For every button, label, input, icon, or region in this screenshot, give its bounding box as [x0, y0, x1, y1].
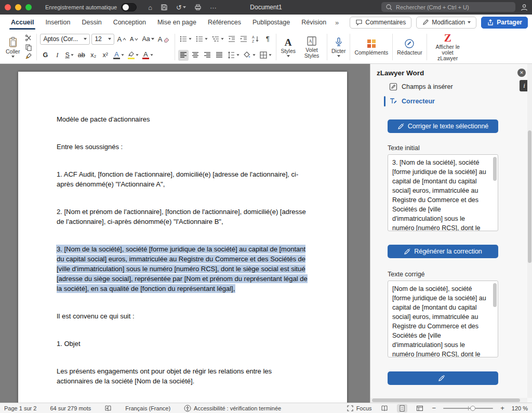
doc-paragraph[interactable]: Entre les soussignés :	[57, 142, 309, 152]
tab-dessin[interactable]: Dessin	[76, 15, 107, 30]
subscript-button[interactable]: x₂	[88, 50, 99, 61]
read-mode-button[interactable]	[379, 404, 390, 412]
word-count[interactable]: 64 sur 279 mots	[50, 405, 91, 411]
editor-button[interactable]: Rédacteur	[394, 32, 424, 62]
doc-paragraph[interactable]: Modèle de pacte d'actionnaires	[57, 114, 309, 124]
tab-mise-en-page[interactable]: Mise en page	[152, 15, 202, 30]
bold-button[interactable]: G	[40, 50, 50, 61]
comments-button[interactable]: Commentaires	[350, 17, 411, 29]
save-icon[interactable]	[161, 4, 168, 11]
font-color-dropdown-icon[interactable]	[150, 54, 153, 56]
line-spacing-dropdown-icon[interactable]	[237, 54, 240, 56]
web-layout-button[interactable]	[415, 404, 425, 412]
format-painter-button[interactable]	[23, 51, 34, 61]
align-right-button[interactable]	[202, 50, 212, 61]
styles-dropdown-icon[interactable]	[287, 55, 290, 57]
correct-selected-text-button[interactable]: Corriger le texte sélectionné	[388, 119, 498, 133]
zoom-percentage[interactable]: 120 %	[512, 405, 528, 411]
focus-mode-button[interactable]: Focus	[347, 405, 372, 412]
underline-button[interactable]: S	[64, 50, 74, 61]
share-button[interactable]: Partager	[481, 17, 528, 29]
print-layout-button[interactable]	[397, 404, 407, 412]
grow-font-button[interactable]: A	[116, 34, 127, 45]
pane-vertical-scrollbar[interactable]	[527, 64, 532, 398]
doc-paragraph[interactable]: 1. Objet	[57, 339, 309, 349]
task-pane-close-button[interactable]: ✕	[517, 69, 526, 77]
minimize-window-button[interactable]	[15, 4, 21, 10]
superscript-button[interactable]: x²	[100, 50, 111, 61]
dictate-dropdown-icon[interactable]	[337, 55, 340, 57]
text-effects-dropdown-icon[interactable]	[121, 54, 124, 56]
justify-button[interactable]	[214, 50, 224, 61]
multilevel-list-button[interactable]	[210, 34, 225, 45]
insert-corrected-text-button[interactable]	[388, 371, 498, 385]
corrector-item[interactable]: Correcteur	[389, 95, 532, 108]
clear-formatting-button[interactable]: A	[157, 34, 172, 45]
underline-dropdown-icon[interactable]	[71, 54, 73, 56]
numbered-list-button[interactable]	[194, 34, 209, 45]
bullet-list-button[interactable]	[178, 34, 193, 45]
language-status[interactable]: Français (France)	[125, 405, 170, 411]
paste-dropdown-icon[interactable]	[11, 56, 15, 58]
autosave-toggle[interactable]	[121, 3, 137, 11]
initial-text-area[interactable]: 3. [Nom de la société], société [forme j…	[388, 154, 498, 231]
tab-publipostage[interactable]: Publipostage	[247, 15, 296, 30]
undo-button[interactable]: ↺	[176, 4, 186, 11]
tab-revision[interactable]: Révision	[296, 15, 332, 30]
shrink-font-button[interactable]: A	[129, 34, 139, 45]
document-page[interactable]: Modèle de pacte d'actionnaires Entre les…	[18, 72, 347, 403]
accessibility-status[interactable]: Accessibilité : vérification terminée	[184, 405, 281, 412]
multilevel-list-dropdown-icon[interactable]	[221, 38, 224, 39]
line-spacing-button[interactable]	[226, 50, 241, 61]
doc-paragraph[interactable]: 1. ACF Audit, [fonction de l'actionnaire…	[57, 169, 309, 189]
tab-overflow-chevron[interactable]: »	[332, 15, 342, 30]
numbered-list-dropdown-icon[interactable]	[205, 38, 208, 39]
pane-horizontal-scrollbar-thumb[interactable]	[372, 398, 520, 402]
align-left-button[interactable]	[178, 50, 189, 61]
dictate-button[interactable]: Dicter	[329, 32, 348, 62]
print-icon[interactable]	[194, 4, 202, 11]
italic-button[interactable]: I	[52, 50, 62, 61]
tab-insertion[interactable]: Insertion	[39, 15, 76, 30]
strikethrough-button[interactable]: ab	[76, 50, 87, 61]
undo-dropdown-icon[interactable]	[183, 6, 186, 8]
zoom-in-button[interactable]: +	[500, 404, 504, 412]
paste-button[interactable]: Coller	[3, 32, 22, 62]
highlight-color-button[interactable]	[127, 50, 140, 61]
document-canvas[interactable]: Modèle de pacte d'actionnaires Entre les…	[0, 64, 370, 403]
sort-button[interactable]: AZ	[250, 34, 261, 45]
styles-button[interactable]: A Styles	[278, 32, 298, 62]
doc-paragraph[interactable]: Les présents engagements ont pour objet …	[57, 366, 309, 386]
search-field[interactable]: Rechercher (Cmd + Ctrl + U)	[381, 2, 515, 12]
corrected-text-scrollbar[interactable]	[493, 283, 497, 307]
pane-vertical-scrollbar-thumb[interactable]	[528, 130, 531, 263]
zoom-slider-knob[interactable]	[470, 406, 475, 411]
initial-text-content[interactable]: 3. [Nom de la société], société [forme j…	[388, 155, 498, 231]
editing-mode-button[interactable]: Modification	[416, 17, 476, 29]
doc-paragraph[interactable]: 2. [Nom et prénom de l'actionnaire], [fo…	[57, 207, 309, 227]
tab-accueil[interactable]: Accueil	[5, 15, 39, 30]
corrected-text-content[interactable]: [Nom de la société], société [forme juri…	[388, 281, 498, 357]
font-name-combo[interactable]: Aptos (Cor...	[40, 34, 90, 45]
page-count[interactable]: Page 1 sur 2	[4, 405, 36, 411]
tab-references[interactable]: Références	[202, 15, 247, 30]
decrease-indent-button[interactable]	[227, 34, 237, 45]
align-center-button[interactable]	[190, 50, 201, 61]
text-effects-button[interactable]: A	[112, 50, 125, 61]
doc-paragraph[interactable]: Il est convenu ce qui suit :	[57, 311, 309, 321]
change-case-button[interactable]: Aa	[141, 34, 155, 45]
zlawyer-pane-toggle-button[interactable]: Z Afficher le volet zLawyer	[429, 32, 467, 62]
regenerate-correction-button[interactable]: Régénérer la correction	[388, 245, 498, 258]
close-window-button[interactable]	[5, 4, 11, 10]
initial-text-scrollbar[interactable]	[493, 157, 497, 181]
doc-paragraph-selected[interactable]: 3. [Nom de la société], société [forme j…	[57, 244, 309, 294]
corrected-text-area[interactable]: [Nom de la société], société [forme juri…	[388, 281, 498, 357]
zoom-window-button[interactable]	[25, 4, 32, 10]
bullet-list-dropdown-icon[interactable]	[189, 38, 192, 39]
shading-dropdown-icon[interactable]	[253, 54, 256, 56]
font-color-button[interactable]: A	[141, 50, 154, 61]
borders-dropdown-icon[interactable]	[269, 54, 272, 56]
cut-button[interactable]	[23, 33, 34, 43]
font-size-combo[interactable]: 12	[91, 34, 114, 45]
borders-button[interactable]	[258, 50, 273, 61]
